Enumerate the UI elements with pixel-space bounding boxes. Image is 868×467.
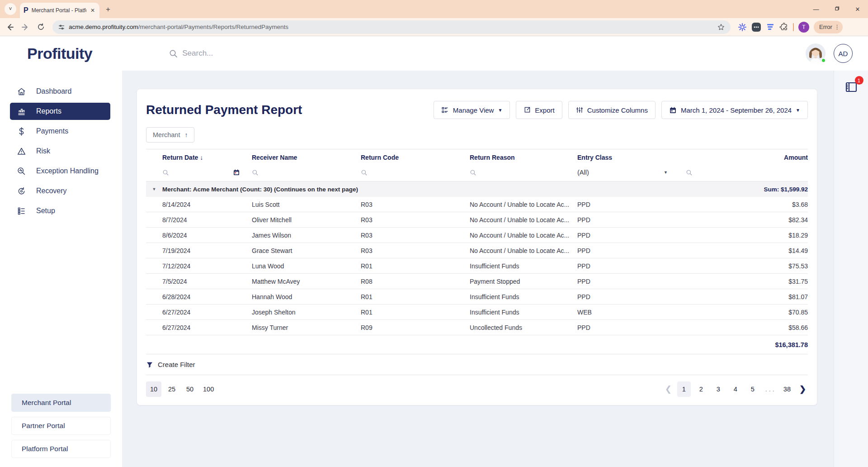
filter-receiver-name[interactable] <box>252 164 361 181</box>
date-range-button[interactable]: March 1, 2024 - September 26, 2024 ▼ <box>661 101 808 119</box>
calendar-picker-icon[interactable] <box>233 169 240 176</box>
sidebar-item-setup[interactable]: Setup <box>10 202 110 219</box>
customize-columns-button[interactable]: Customize Columns <box>568 101 656 119</box>
new-tab-button[interactable]: + <box>106 5 110 14</box>
returned-payments-table: Return Date ↓ Receiver Name Return Code … <box>146 149 808 354</box>
filter-return-date[interactable] <box>146 164 252 181</box>
sidebar-item-payments[interactable]: Payments <box>10 123 110 140</box>
tab-search-chevron-icon[interactable]: ˅ <box>5 3 16 15</box>
global-search[interactable] <box>169 49 806 58</box>
sidebar-item-dashboard[interactable]: Dashboard <box>10 83 110 100</box>
page-size-option[interactable]: 25 <box>164 381 179 397</box>
create-filter-button[interactable]: Create Filter <box>146 354 808 375</box>
table-row[interactable]: 8/6/2024 James Wilson R03 No Account / U… <box>146 228 808 243</box>
home-icon <box>17 87 26 96</box>
page-title: Returned Payment Report <box>146 103 434 117</box>
sidebar-item-recovery[interactable]: Recovery <box>10 182 110 200</box>
page-navigator: ❮ 1 2 3 4 5 . . . 38 ❯ <box>663 381 808 397</box>
starburst-extension-icon[interactable] <box>738 23 747 32</box>
next-page-icon[interactable]: ❯ <box>797 384 808 394</box>
bookmark-star-icon[interactable] <box>717 23 725 31</box>
column-sliders-icon <box>576 106 583 114</box>
window-controls: — ✕ <box>806 0 868 18</box>
column-header-amount[interactable]: Amount <box>686 149 808 164</box>
sidebar-item-reports[interactable]: Reports <box>10 103 110 120</box>
browser-tabstrip: ˅ P Merchant Portal - PlatformNext ✕ + —… <box>0 0 868 18</box>
search-icon <box>361 169 368 176</box>
page-number[interactable]: 38 <box>780 381 794 397</box>
column-header-return-date[interactable]: Return Date ↓ <box>146 149 252 164</box>
reload-icon[interactable] <box>34 21 47 33</box>
page-number[interactable]: 5 <box>746 381 760 397</box>
filter-amount[interactable] <box>686 164 808 181</box>
setup-list-icon <box>17 206 26 216</box>
back-icon[interactable] <box>4 21 16 33</box>
table-row[interactable]: 8/14/2024 Luis Scott R03 No Account / Un… <box>146 197 808 212</box>
group-header-row[interactable]: ▼ Merchant: Acme Merchant (Count: 30) (C… <box>146 181 808 197</box>
sort-desc-icon: ↓ <box>200 154 203 161</box>
collapse-caret-icon[interactable]: ▼ <box>146 187 162 191</box>
page-number[interactable]: 2 <box>694 381 708 397</box>
extensions-puzzle-icon[interactable] <box>779 23 788 32</box>
search-icon <box>162 169 169 176</box>
filter-return-code[interactable] <box>361 164 470 181</box>
window-minimize-button[interactable]: — <box>806 6 826 13</box>
column-header-entry-class[interactable]: Entry Class <box>577 149 686 164</box>
page-number[interactable]: 3 <box>712 381 725 397</box>
table-row[interactable]: 7/12/2024 Luna Wood R01 Insufficient Fun… <box>146 258 808 274</box>
user-initials-button[interactable]: AD <box>834 44 853 63</box>
user-avatar[interactable] <box>806 43 826 63</box>
table-row[interactable]: 6/27/2024 Joseph Shelton R01 Insufficien… <box>146 305 808 320</box>
browser-tab-active[interactable]: P Merchant Portal - PlatformNext ✕ <box>20 3 99 18</box>
portal-button-partner[interactable]: Partner Portal <box>11 417 111 435</box>
bar-chart-icon <box>17 107 26 116</box>
export-button[interactable]: Export <box>516 101 562 119</box>
page-number[interactable]: 4 <box>729 381 742 397</box>
portal-button-platform[interactable]: Platform Portal <box>11 440 111 458</box>
app-header: Profituity AD <box>0 36 868 71</box>
browser-window: ˅ P Merchant Portal - PlatformNext ✕ + —… <box>0 0 868 467</box>
side-panel-toggle[interactable]: 1 <box>844 81 858 95</box>
browser-menu-icon[interactable]: ⋮ <box>834 24 840 30</box>
table-row[interactable]: 6/27/2024 Missy Turner R09 Uncollected F… <box>146 320 808 335</box>
filter-return-reason[interactable] <box>470 164 577 181</box>
table-row[interactable]: 6/28/2024 Hannah Wood R01 Insufficient F… <box>146 289 808 305</box>
sidebar-item-risk[interactable]: Risk <box>10 143 110 160</box>
manage-view-button[interactable]: Manage View ▼ <box>434 101 510 119</box>
dollar-icon <box>17 127 26 136</box>
column-header-return-code[interactable]: Return Code <box>361 149 470 164</box>
group-by-chip[interactable]: Merchant ↑ <box>146 127 194 143</box>
chevron-down-icon: ▼ <box>796 108 800 113</box>
main-content: Returned Payment Report Manage View ▼ Ex… <box>122 71 834 467</box>
group-sum: Sum: $1,599.92 <box>764 186 808 193</box>
previous-page-icon[interactable]: ❮ <box>663 384 674 394</box>
page-size-option[interactable]: 100 <box>200 381 217 397</box>
tab-close-icon[interactable]: ✕ <box>90 7 96 14</box>
tab-favicon: P <box>24 7 28 14</box>
table-row[interactable]: 7/5/2024 Matthew McAvey R08 Payment Stop… <box>146 274 808 289</box>
sidebar-item-exception-handling[interactable]: Exception Handling <box>10 162 110 180</box>
page-size-option[interactable]: 50 <box>182 381 198 397</box>
bars-extension-icon[interactable] <box>766 23 775 32</box>
window-restore-button[interactable] <box>826 6 847 13</box>
sidebar: Dashboard Reports Payments Risk Exceptio… <box>0 71 122 467</box>
search-input[interactable] <box>182 49 318 58</box>
forward-icon[interactable] <box>19 21 32 33</box>
browser-profile-avatar[interactable]: T <box>798 22 809 33</box>
chat-extension-icon[interactable] <box>751 22 761 32</box>
column-header-return-reason[interactable]: Return Reason <box>470 149 577 164</box>
url-text[interactable]: acme.demo.profituity.com/merchant-portal… <box>69 24 713 30</box>
page-number[interactable]: 1 <box>677 381 691 397</box>
url-bar[interactable]: acme.demo.profituity.com/merchant-portal… <box>52 20 731 34</box>
filter-entry-class-dropdown[interactable]: (All)▼ <box>577 164 686 181</box>
extension-cluster: T Error ⋮ <box>736 21 844 33</box>
table-row[interactable]: 7/19/2024 Grace Stewart R03 No Account /… <box>146 243 808 258</box>
column-header-receiver-name[interactable]: Receiver Name <box>252 149 361 164</box>
portal-button-merchant[interactable]: Merchant Portal <box>11 394 111 412</box>
error-badge[interactable]: Error ⋮ <box>814 21 843 33</box>
search-icon <box>686 169 693 176</box>
site-info-icon[interactable] <box>58 24 65 31</box>
window-close-button[interactable]: ✕ <box>847 6 868 13</box>
table-row[interactable]: 8/7/2024 Oliver Mitchell R03 No Account … <box>146 212 808 228</box>
page-size-option[interactable]: 10 <box>146 381 161 397</box>
